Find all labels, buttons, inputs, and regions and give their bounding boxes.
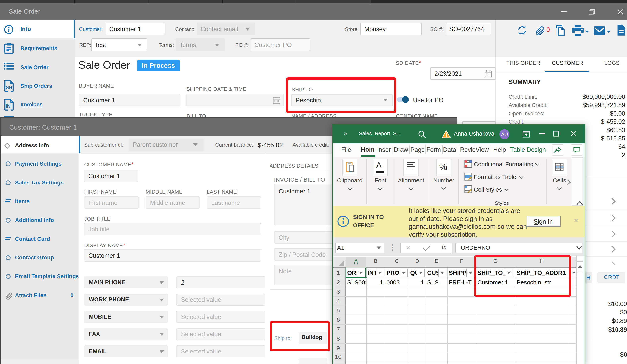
svg-text:IN: IN — [5, 103, 10, 109]
svg-text:SH: SH — [5, 85, 12, 90]
